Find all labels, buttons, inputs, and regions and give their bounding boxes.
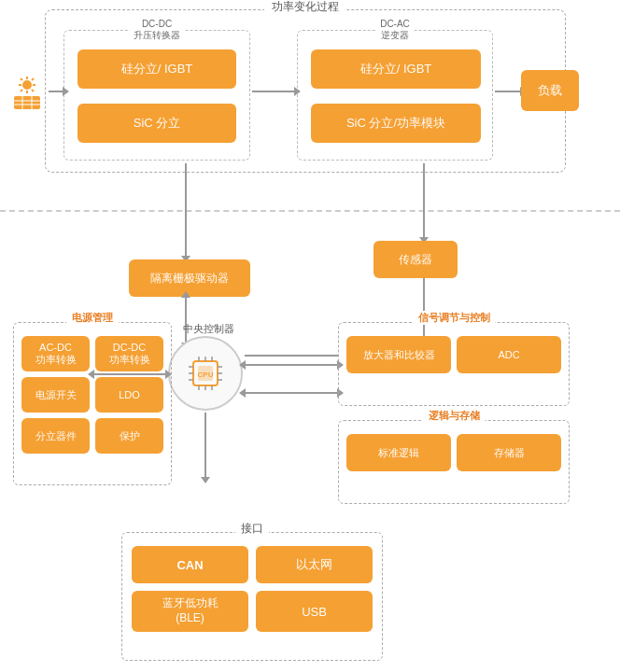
dc-dc-label: DC-DC 升压转换器	[130, 19, 184, 42]
central-controller-label: 中央控制器	[176, 322, 241, 336]
svg-line-6	[32, 90, 34, 91]
arrow-iso-to-cpu	[185, 297, 187, 343]
discrete-box: 分立器件	[21, 418, 90, 454]
load-box: 负载	[521, 70, 579, 111]
svg-text:CPU: CPU	[198, 371, 214, 379]
interface-label: 接口	[235, 521, 269, 537]
adc-box: ADC	[457, 336, 561, 373]
ldo-box: LDO	[95, 377, 163, 413]
ble-box: 蓝牙低功耗 (BLE)	[132, 591, 248, 632]
interface-container: 接口 CAN 以太网 蓝牙低功耗 (BLE) USB	[121, 532, 383, 661]
protection-box: 保护	[95, 418, 163, 454]
dc-ac-label: DC-AC 逆变器	[376, 19, 414, 42]
ethernet-box: 以太网	[256, 546, 373, 583]
power-management-container: 电源管理 AC-DC 功率转换 DC-DC 功率转换 电源开关 LDO 分立器件…	[13, 322, 172, 485]
igbt-right-box: 硅分立/ IGBT	[311, 49, 481, 89]
igbt-left-box: 硅分立/ IGBT	[78, 49, 236, 89]
amp-comparator-box: 放大器和比较器	[346, 336, 451, 373]
dc-dc-container: DC-DC 升压转换器 硅分立/ IGBT SiC 分立	[63, 30, 250, 161]
signal-control-label: 信号调节与控制	[413, 311, 496, 325]
arrow-cpu-to-logic	[245, 392, 338, 394]
h-divider	[0, 210, 620, 212]
solar-panel-icon	[4, 67, 50, 114]
sic-left-box: SiC 分立	[78, 104, 236, 143]
sensor-box: 传感器	[373, 241, 458, 278]
arrow-dcdc-to-dcac	[252, 91, 295, 92]
sic-right-box: SiC 分立/功率模块	[311, 104, 481, 143]
arrow-dcac-to-sensor	[423, 163, 425, 238]
arrow-dcdc-to-iso	[185, 163, 187, 257]
signal-control-container: 信号调节与控制 放大器和比较器 ADC	[338, 322, 570, 406]
arrow-cpu-to-signal	[245, 364, 338, 366]
dc-dc-power-box: DC-DC 功率转换	[95, 336, 163, 371]
arrow-dcac-to-load	[495, 91, 521, 92]
std-logic-box: 标准逻辑	[346, 434, 451, 471]
dc-ac-container: DC-AC 逆变器 硅分立/ IGBT SiC 分立/功率模块	[297, 30, 493, 161]
power-process-label: 功率变化过程	[264, 0, 346, 15]
ac-dc-box: AC-DC 功率转换	[21, 336, 90, 371]
cpu-circle: CPU	[168, 336, 243, 411]
usb-box: USB	[256, 591, 373, 632]
svg-line-7	[32, 78, 34, 80]
arrow-solar-to-dcdc	[49, 91, 63, 92]
logic-storage-container: 逻辑与存储 标准逻辑 存储器	[338, 420, 570, 504]
svg-line-5	[21, 78, 22, 80]
logic-storage-label: 逻辑与存储	[423, 409, 486, 423]
diagram-container: 功率变化过程 DC-DC 升压转换器 硅分立/ IGBT SiC 分立 DC-A…	[0, 0, 620, 672]
svg-rect-9	[14, 96, 40, 109]
svg-line-8	[21, 90, 22, 91]
power-management-label: 电源管理	[66, 311, 119, 325]
svg-point-0	[22, 80, 32, 90]
power-switch-box: 电源开关	[21, 377, 90, 413]
arrow-signal-to-cpu	[245, 355, 338, 357]
storage-box: 存储器	[457, 434, 561, 471]
arrow-cpu-to-interface	[204, 413, 206, 478]
can-box: CAN	[132, 546, 248, 583]
